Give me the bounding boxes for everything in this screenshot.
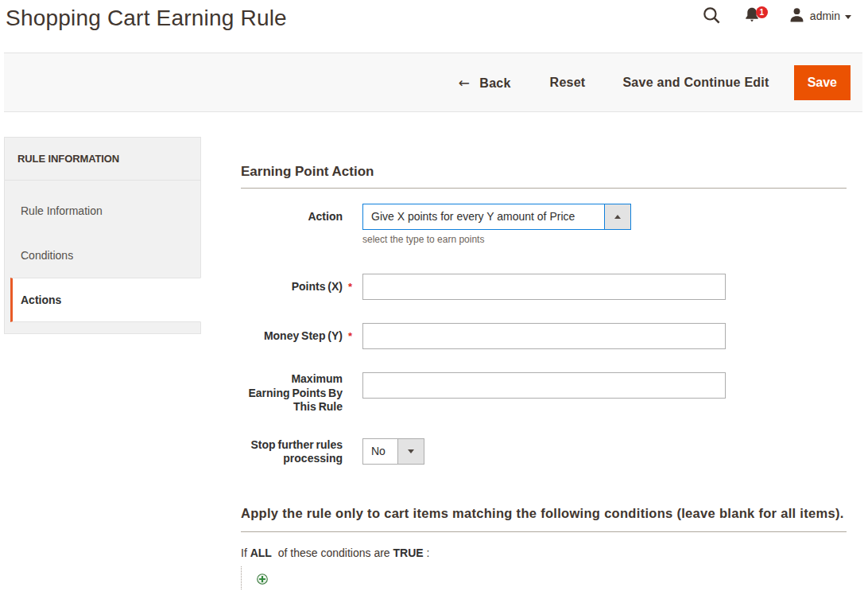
chevron-down-icon	[845, 15, 851, 19]
middle-text: of these conditions are	[278, 546, 390, 559]
money-step-input[interactable]	[362, 323, 726, 349]
stop-rules-control: No	[362, 438, 847, 466]
max-points-label: Maximum Earning Points By This Rule	[241, 372, 343, 414]
sidebar-item-conditions[interactable]: Conditions	[5, 233, 200, 278]
max-points-control	[362, 372, 847, 414]
back-button[interactable]: ←Back	[459, 75, 511, 91]
user-name: admin	[810, 10, 840, 22]
money-step-control	[362, 323, 847, 349]
search-icon	[703, 6, 720, 26]
page-title: Shopping Cart Earning Rule	[6, 5, 287, 31]
max-points-input[interactable]	[362, 372, 726, 399]
stop-rules-field-row: Stop further rules processing No	[241, 438, 847, 466]
points-input[interactable]	[362, 274, 726, 300]
rule-nav-sidebar: RULE INFORMATION Rule Information Condit…	[4, 137, 201, 334]
action-field-row: Action Give X points for every Y amount …	[241, 204, 847, 245]
main-content: Earning Point Action Action Give X point…	[241, 137, 847, 589]
rule-condition-sentence: If ALL of these conditions are TRUE :	[241, 546, 847, 560]
action-note: select the type to earn points	[362, 234, 847, 245]
action-select[interactable]: Give X points for every Y amount of Pric…	[362, 204, 631, 230]
money-step-field-row: Money Step (Y) *	[241, 323, 847, 349]
stop-rules-select-value: No	[363, 439, 397, 464]
page-header: Shopping Cart Earning Rule 1 admin	[0, 0, 868, 53]
money-step-required-star: *	[343, 323, 362, 349]
action-select-value: Give X points for every Y amount of Pric…	[363, 204, 604, 229]
page-columns: RULE INFORMATION Rule Information Condit…	[0, 137, 868, 589]
save-button[interactable]: Save	[794, 65, 851, 100]
stop-rules-select[interactable]: No	[362, 438, 424, 465]
sidebar-item-rule-information[interactable]: Rule Information	[5, 189, 200, 233]
stop-rules-select-arrow-button[interactable]	[397, 439, 424, 464]
action-select-arrow-button[interactable]	[604, 204, 630, 229]
all-selector[interactable]: ALL	[250, 546, 272, 559]
conditions-tree	[241, 566, 847, 589]
stop-rules-label: Stop further rules processing	[241, 438, 343, 466]
section-title: Earning Point Action	[241, 137, 847, 189]
sidebar-title: RULE INFORMATION	[5, 138, 200, 181]
user-icon	[789, 7, 805, 25]
notification-badge: 1	[756, 6, 768, 18]
conditions-heading: Apply the rule only to cart items matchi…	[241, 505, 847, 532]
star-cell	[343, 372, 362, 414]
colon: :	[427, 546, 430, 559]
earning-point-action-form: Action Give X points for every Y amount …	[241, 204, 847, 466]
page-actions-toolbar: ←Back Reset Save and Continue Edit Save	[4, 53, 862, 112]
points-required-star: *	[343, 274, 362, 300]
if-prefix: If	[241, 546, 247, 559]
action-control: Give X points for every Y amount of Pric…	[362, 204, 847, 245]
star-cell	[343, 204, 362, 245]
action-label: Action	[241, 204, 343, 245]
back-arrow-icon: ←	[459, 75, 471, 91]
sidebar-items: Rule Information Conditions Actions	[5, 181, 200, 333]
points-control	[362, 274, 847, 300]
points-field-row: Points (X) *	[241, 274, 847, 300]
true-selector[interactable]: TRUE	[393, 546, 424, 559]
points-label: Points (X)	[241, 274, 343, 300]
user-menu-button[interactable]: admin	[789, 7, 851, 25]
notifications-button[interactable]: 1	[745, 7, 759, 25]
arrow-up-icon	[614, 215, 621, 219]
save-and-continue-button[interactable]: Save and Continue Edit	[622, 76, 769, 90]
money-step-label: Money Step (Y)	[241, 323, 343, 349]
reset-button[interactable]: Reset	[550, 76, 586, 90]
sidebar-item-actions[interactable]: Actions	[10, 278, 201, 322]
add-condition-button[interactable]	[257, 574, 268, 585]
header-actions: 1 admin	[703, 0, 851, 32]
arrow-down-icon	[408, 449, 414, 453]
star-cell	[343, 438, 362, 466]
max-points-field-row: Maximum Earning Points By This Rule	[241, 372, 847, 414]
plus-icon	[257, 575, 268, 587]
search-button[interactable]	[703, 6, 720, 26]
